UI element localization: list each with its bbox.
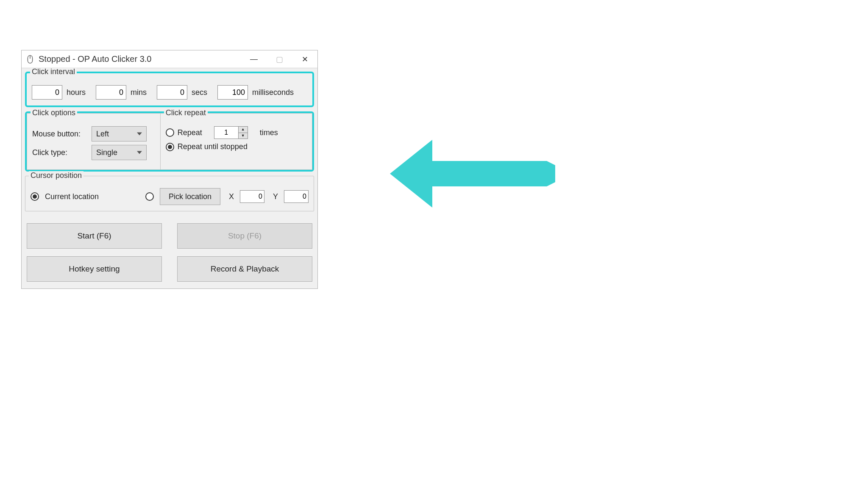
stop-button: Stop (F6) bbox=[177, 223, 312, 249]
window-title: Stopped - OP Auto Clicker 3.0 bbox=[39, 54, 241, 64]
current-location-radio[interactable] bbox=[31, 192, 39, 201]
interval-row: hours mins secs milliseconds bbox=[32, 83, 307, 100]
click-type-value: Single bbox=[96, 148, 117, 157]
y-input[interactable] bbox=[284, 190, 309, 203]
pick-location-radio[interactable] bbox=[145, 192, 154, 201]
cursor-position-group: Cursor position Current location Pick lo… bbox=[25, 176, 314, 211]
record-playback-label: Record & Playback bbox=[211, 264, 279, 274]
button-grid: Start (F6) Stop (F6) Hotkey setting Reco… bbox=[25, 216, 314, 285]
repeat-until-label: Repeat until stopped bbox=[178, 142, 248, 151]
mouse-button-row: Mouse button: Left bbox=[32, 126, 155, 141]
minimize-icon: — bbox=[250, 55, 258, 64]
app-window: Stopped - OP Auto Clicker 3.0 — ▢ ✕ Clic… bbox=[21, 50, 318, 289]
current-location-label: Current location bbox=[45, 192, 99, 201]
secs-input[interactable] bbox=[157, 85, 187, 100]
repeat-count-down[interactable]: ▼ bbox=[239, 133, 248, 139]
hotkey-button-label: Hotkey setting bbox=[69, 264, 120, 274]
click-repeat-legend: Click repeat bbox=[164, 108, 208, 117]
x-input[interactable] bbox=[240, 190, 264, 203]
close-button[interactable]: ✕ bbox=[292, 50, 317, 68]
minimize-button[interactable]: — bbox=[241, 50, 267, 68]
repeat-label: Repeat bbox=[178, 128, 202, 137]
click-interval-group: Click interval hours mins secs milliseco… bbox=[25, 72, 314, 107]
ms-input[interactable] bbox=[217, 85, 248, 100]
ms-unit: milliseconds bbox=[252, 88, 294, 97]
times-label: times bbox=[260, 128, 278, 137]
start-button-label: Start (F6) bbox=[77, 231, 111, 241]
x-label: X bbox=[229, 192, 234, 201]
click-repeat-group: Click repeat Repeat ▲ ▼ times bbox=[160, 113, 312, 170]
repeat-n-radio[interactable] bbox=[166, 128, 174, 137]
secs-unit: secs bbox=[192, 88, 207, 97]
record-playback-button[interactable]: Record & Playback bbox=[177, 256, 312, 282]
close-icon: ✕ bbox=[302, 55, 308, 64]
repeat-until-radio[interactable] bbox=[166, 143, 174, 151]
y-label: Y bbox=[273, 192, 278, 201]
mouse-button-value: Left bbox=[96, 130, 109, 139]
repeat-count-up[interactable]: ▲ bbox=[239, 127, 248, 133]
stop-button-label: Stop (F6) bbox=[228, 231, 262, 241]
hotkey-button[interactable]: Hotkey setting bbox=[27, 256, 162, 282]
hours-unit: hours bbox=[67, 88, 86, 97]
click-type-label: Click type: bbox=[32, 148, 87, 157]
repeat-until-row: Repeat until stopped bbox=[166, 142, 307, 151]
pick-location-label: Pick location bbox=[169, 192, 211, 201]
maximize-button: ▢ bbox=[267, 50, 292, 68]
app-icon bbox=[26, 55, 34, 64]
titlebar[interactable]: Stopped - OP Auto Clicker 3.0 — ▢ ✕ bbox=[22, 50, 317, 68]
cursor-position-legend: Cursor position bbox=[29, 171, 83, 180]
maximize-icon: ▢ bbox=[276, 55, 283, 64]
cursor-row: Current location Pick location X Y bbox=[31, 186, 309, 205]
click-options-group: Click options Mouse button: Left Click t… bbox=[27, 113, 160, 170]
repeat-count-spinner[interactable]: ▲ ▼ bbox=[214, 126, 248, 139]
mouse-button-select[interactable]: Left bbox=[92, 126, 147, 141]
click-type-select[interactable]: Single bbox=[92, 145, 147, 160]
repeat-n-row: Repeat ▲ ▼ times bbox=[166, 126, 307, 139]
click-interval-legend: Click interval bbox=[30, 67, 77, 76]
arrow-annotation-icon bbox=[390, 140, 555, 208]
mouse-button-label: Mouse button: bbox=[32, 130, 87, 139]
options-repeat-wrap: Click options Mouse button: Left Click t… bbox=[25, 111, 314, 172]
window-body: Click interval hours mins secs milliseco… bbox=[22, 68, 317, 288]
repeat-count-input[interactable] bbox=[214, 127, 238, 139]
hours-input[interactable] bbox=[32, 85, 62, 100]
mins-unit: mins bbox=[131, 88, 147, 97]
window-buttons: — ▢ ✕ bbox=[241, 50, 317, 68]
svg-marker-1 bbox=[390, 140, 555, 208]
click-type-row: Click type: Single bbox=[32, 145, 155, 160]
pick-location-button[interactable]: Pick location bbox=[160, 188, 220, 205]
click-options-legend: Click options bbox=[31, 108, 77, 117]
start-button[interactable]: Start (F6) bbox=[27, 223, 162, 249]
mins-input[interactable] bbox=[96, 85, 126, 100]
